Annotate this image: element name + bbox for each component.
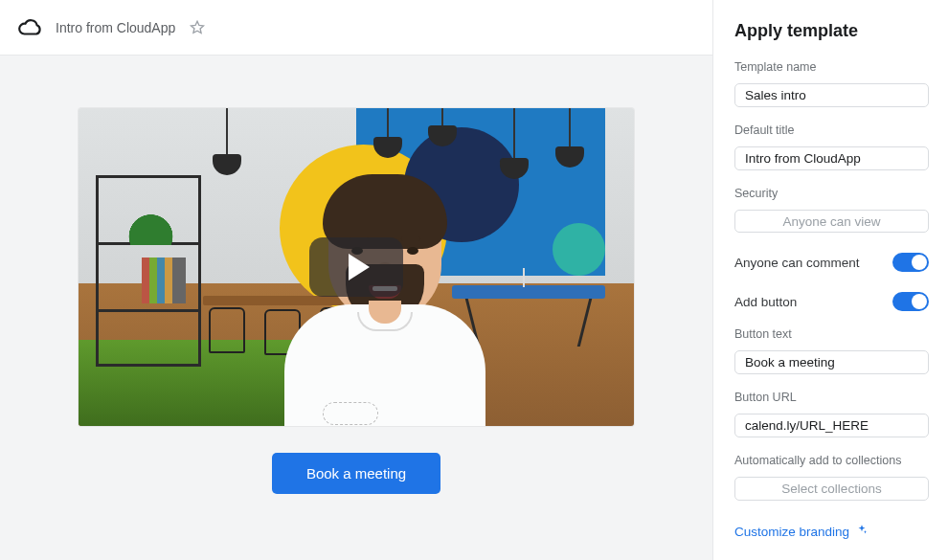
security-label: Security [734, 187, 929, 200]
add-button-toggle[interactable] [892, 292, 929, 311]
button-url-input[interactable] [734, 414, 929, 437]
play-icon [349, 254, 370, 280]
cloud-logo-icon [17, 15, 42, 40]
button-text-label: Button text [734, 327, 929, 341]
comment-toggle-label: Anyone can comment [734, 256, 860, 270]
default-title-input[interactable] [734, 146, 929, 170]
play-button[interactable] [309, 237, 403, 297]
sidebar-heading: Apply template [734, 21, 929, 41]
button-text-input[interactable] [734, 350, 929, 374]
collections-placeholder: Select collections [781, 482, 881, 496]
template-name-label: Template name [734, 60, 929, 74]
add-button-toggle-label: Add button [734, 295, 797, 309]
default-title-label: Default title [734, 123, 929, 137]
video-thumbnail[interactable] [79, 108, 634, 426]
cta-button[interactable]: Book a meeting [272, 453, 440, 494]
comment-toggle[interactable] [892, 253, 929, 272]
page-title: Intro from CloudApp [56, 20, 175, 35]
topbar: Intro from CloudApp [0, 0, 712, 56]
collections-label: Automatically add to collections [734, 454, 929, 467]
button-url-label: Button URL [734, 391, 929, 404]
security-value: Anyone can view [782, 214, 880, 229]
security-select[interactable]: Anyone can view [734, 210, 929, 234]
customize-branding-link[interactable]: Customize branding [734, 525, 849, 539]
template-name-input[interactable] [734, 83, 929, 107]
collections-select[interactable]: Select collections [734, 477, 929, 501]
sparkle-icon [855, 524, 869, 541]
template-sidebar: Apply template Template name Default tit… [712, 0, 948, 560]
preview-area: Book a meeting [0, 56, 712, 560]
favorite-star-icon[interactable] [189, 19, 206, 36]
